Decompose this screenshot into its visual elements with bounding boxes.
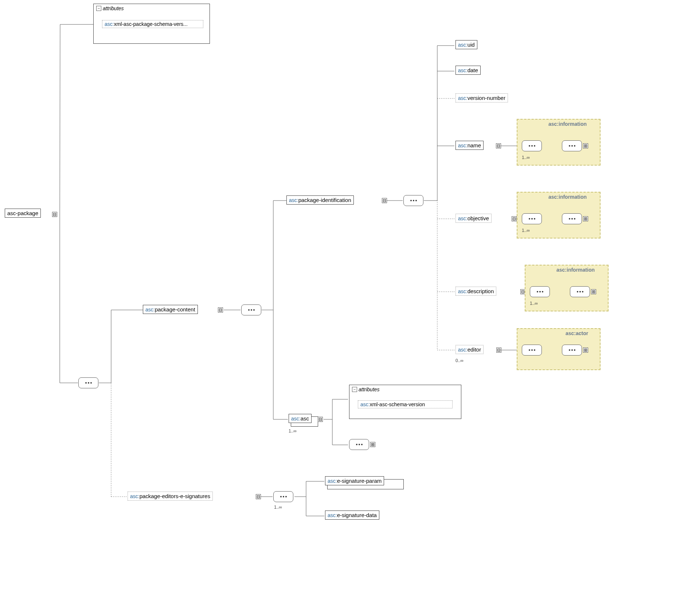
- node-name: asc:name: [455, 141, 484, 150]
- attr-item-1-text: xml-asc-package-schema-vers...: [114, 21, 188, 27]
- collapse-icon[interactable]: −: [352, 387, 357, 392]
- node-version-number: asc:version-number: [455, 93, 508, 102]
- prefix: asc:: [289, 197, 298, 203]
- prefix: asc:: [458, 95, 468, 101]
- expand-icon[interactable]: ⊞: [583, 348, 588, 353]
- sequence-info1: [522, 140, 542, 151]
- prefix: asc:: [458, 42, 468, 48]
- expand-icon[interactable]: ⊟: [318, 417, 323, 422]
- node-asc-package: asc-package: [5, 209, 41, 218]
- sequence-info3: [530, 286, 550, 297]
- prefix: asc:: [458, 347, 468, 353]
- node-description: asc:description: [455, 287, 496, 296]
- expand-icon[interactable]: ⊟: [256, 494, 261, 499]
- label-e-signature-param: e-signature-param: [337, 478, 382, 484]
- card-editor: 0..∞: [455, 358, 464, 363]
- node-uid: asc:uid: [455, 40, 477, 49]
- expand-icon[interactable]: ⊟: [218, 307, 223, 313]
- prefix: asc:: [105, 21, 114, 27]
- node-package-content: asc:package-content: [143, 305, 198, 314]
- label-package-editors-e-signatures: package-editors-e-signatures: [140, 493, 210, 499]
- sequence-info3b: [570, 286, 590, 297]
- sequence-actorb: [562, 345, 582, 356]
- prefix: asc:: [458, 216, 468, 221]
- card-info3: 1..∞: [530, 301, 538, 306]
- label-package-content: package-content: [155, 306, 195, 313]
- prefix: asc:: [145, 307, 155, 313]
- attributes-title-1: attributes: [103, 5, 124, 11]
- sequence-info1b: [562, 140, 582, 151]
- node-objective: asc:objective: [455, 214, 492, 223]
- label-description: description: [468, 288, 494, 294]
- attr-item-2: asc:xml-asc-schema-version: [358, 400, 453, 408]
- label-package-identification: package-identification: [298, 197, 351, 203]
- expand-icon[interactable]: ⊞: [583, 216, 588, 221]
- card-asc: 1..∞: [289, 428, 297, 434]
- card-sig: 1..∞: [274, 505, 282, 510]
- node-date: asc:date: [455, 66, 481, 75]
- expand-icon[interactable]: ⊞: [583, 143, 588, 148]
- label-objective: objective: [468, 215, 489, 221]
- node-package-identification: asc:package-identification: [286, 195, 354, 205]
- node-e-signature-data: asc:e-signature-data: [325, 511, 379, 520]
- label-uid: uid: [468, 42, 475, 48]
- label-version-number: version-number: [468, 95, 505, 101]
- sequence-info2: [522, 213, 542, 224]
- label-editor: editor: [468, 346, 481, 353]
- prefix: asc:: [458, 143, 468, 148]
- card-info1: 1..∞: [522, 155, 530, 160]
- attr-item-2-text: xml-asc-schema-version: [370, 401, 425, 407]
- expand-icon[interactable]: ⊟: [496, 143, 501, 148]
- info-label-actor: asc:actor: [566, 330, 588, 336]
- sequence-content: [241, 304, 261, 315]
- label-asc-package: asc-package: [7, 210, 38, 216]
- collapse-icon[interactable]: −: [96, 6, 101, 11]
- sequence-info2b: [562, 213, 582, 224]
- expand-icon[interactable]: ⊞: [591, 289, 596, 294]
- label-asc: asc: [301, 415, 309, 422]
- expand-icon[interactable]: ⊟: [496, 348, 501, 353]
- node-e-signature-param: asc:e-signature-param: [325, 476, 384, 485]
- expand-icon[interactable]: ⊟: [382, 198, 387, 203]
- attr-item-1: asc:xml-asc-package-schema-vers...: [102, 20, 203, 28]
- prefix: asc:: [328, 512, 337, 518]
- sequence-asc-child: [349, 439, 369, 450]
- prefix: asc:: [458, 67, 468, 73]
- info-label-3: asc:information: [556, 267, 595, 273]
- node-editor: asc:editor: [455, 345, 484, 354]
- prefix: asc:: [328, 478, 337, 484]
- sequence-main: [78, 377, 98, 388]
- expand-icon[interactable]: ⊟: [512, 216, 517, 221]
- label-e-signature-data: e-signature-data: [337, 512, 377, 518]
- svg-line-0: [60, 24, 60, 214]
- label-name: name: [468, 142, 481, 148]
- label-date: date: [468, 67, 478, 73]
- expand-icon[interactable]: ⊞: [370, 442, 375, 447]
- node-package-editors-e-signatures: asc:package-editors-e-signatures: [128, 492, 213, 501]
- card-info2: 1..∞: [522, 228, 530, 233]
- prefix: asc:: [458, 288, 468, 294]
- node-asc: asc:asc: [289, 414, 312, 423]
- expand-icon[interactable]: ⊟: [52, 212, 57, 217]
- sequence-actor: [522, 345, 542, 356]
- prefix: asc:: [291, 416, 301, 422]
- prefix: asc:: [360, 401, 370, 407]
- sequence-sig: [273, 491, 293, 502]
- sequence-identification: [403, 195, 423, 206]
- info-label-2: asc:information: [548, 194, 587, 200]
- info-label-1: asc:information: [548, 121, 587, 127]
- prefix: asc:: [130, 493, 140, 499]
- attributes-title-2: attributes: [359, 387, 380, 392]
